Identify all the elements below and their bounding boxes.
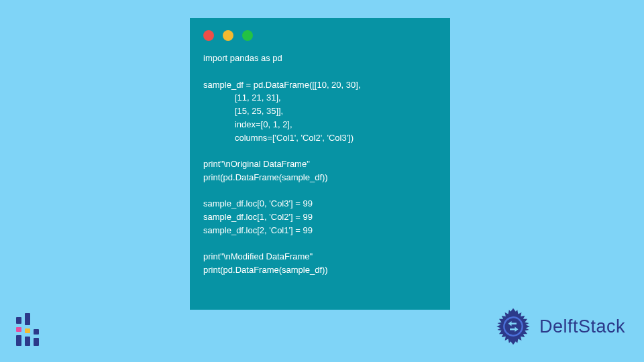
code-window: import pandas as pd sample_df = pd.DataF…	[190, 18, 450, 310]
close-icon	[203, 30, 214, 41]
svg-point-1	[505, 318, 522, 335]
left-logo-icon	[16, 310, 39, 346]
minimize-icon	[223, 30, 233, 41]
emblem-icon	[492, 306, 534, 347]
maximize-icon	[242, 30, 253, 41]
code-block: import pandas as pd sample_df = pd.DataF…	[203, 52, 438, 277]
brand-name: DelftStack	[539, 316, 625, 337]
brand-logo: DelftStack	[492, 306, 625, 347]
traffic-lights	[203, 30, 438, 41]
